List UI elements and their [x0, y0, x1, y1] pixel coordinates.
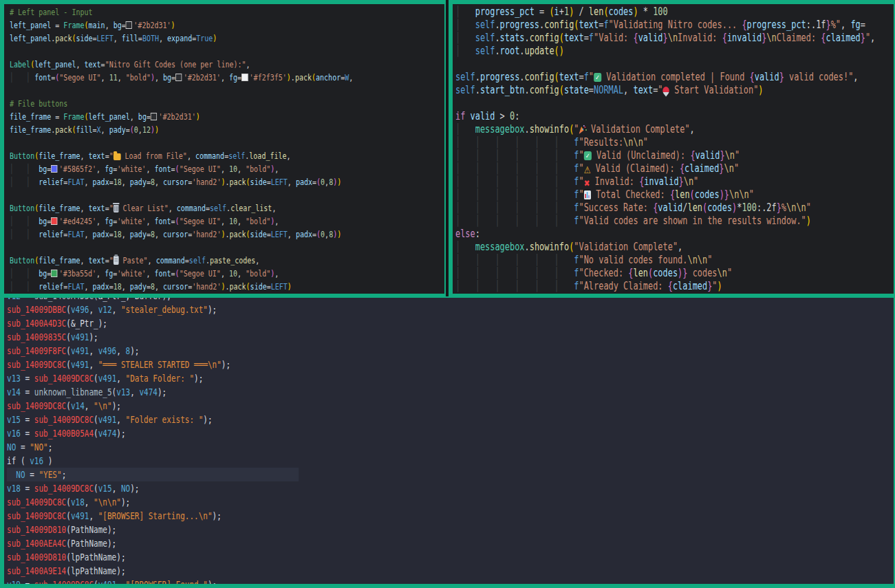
color-chip — [51, 217, 57, 225]
color-chip — [51, 270, 57, 277]
code-line: │ │ bg='#ed4245', fg='white', font=("Seg… — [10, 215, 345, 228]
code-line: │ │ │ │ │ │ f"Results:\n\n" — [455, 136, 804, 149]
code-line: sub_1400A4D3C(&_Ptr_); — [7, 316, 681, 330]
code-line: │ │ │ │ │ │ f" Valid (Unclaimed): {valid… — [455, 149, 804, 162]
code-line: v14 = unknown_libname_5(v13, v474); — [7, 385, 681, 399]
code-line: file_frame.pack(fill=X, pady=(0,12)) — [10, 123, 345, 136]
code-line: Label(left_panel, text="Nitro Gift Codes… — [10, 58, 345, 71]
code-line: if ( v16 ) — [7, 454, 681, 468]
decompiler-pseudocode-pane[interactable]: v12 = sub_1400A4D3C(&_Ptr_, Buffer); sub… — [4, 298, 894, 584]
code-line — [10, 84, 345, 97]
code-line: self.progress.config(text=f" Validation … — [455, 71, 804, 84]
code-line: left_panel = Frame(main, bg='#2b2d31') — [10, 19, 345, 32]
code-line: │ self.progress.config(text=f"Validating… — [455, 19, 804, 32]
clipped-code-line: v12 = sub_1400A4D3C(&_Ptr_, Buffer); — [7, 298, 894, 303]
code-line: │ messagebox.showinfo("Validation Comple… — [455, 241, 804, 254]
code-line: sub_14009DC8C(v491, "[BROWSER] Starting.… — [7, 509, 681, 523]
party-icon — [579, 125, 585, 134]
code-line — [455, 97, 804, 110]
code-line: sub_14009DC8C(v491, "═══ STEALER STARTED… — [7, 358, 681, 371]
code-line: │ │ │ │ │ │ f"Already Claimed: {claimed}… — [455, 280, 804, 293]
panel-seam-divider — [446, 0, 449, 296]
code-line — [455, 58, 804, 71]
code-line: Button(file_frame, text=" Clear List", c… — [10, 202, 345, 215]
code-line: │ │ │ │ │ │ f"Valid codes are shown in t… — [455, 215, 804, 228]
check-icon — [584, 151, 592, 160]
color-chip — [51, 165, 57, 173]
color-chip — [241, 74, 248, 81]
code-line: v19 = sub_14009DC8C(v491, "[BROWSER] Fou… — [7, 578, 681, 584]
code-line: sub_1400AEA4C(PathName); — [7, 536, 681, 550]
chart-icon — [584, 190, 591, 199]
code-line: │ │ relief=FLAT, padx=18, pady=8, cursor… — [10, 228, 345, 241]
code-line: │ │ │ │ │ │ f" Valid (Claimed): {claimed… — [455, 162, 804, 175]
code-line: NO = "YES"; — [7, 468, 681, 481]
code-line: │ │ relief=FLAT, padx=18, pady=8, cursor… — [10, 280, 345, 293]
code-line: Button(file_frame, text=" Load from File… — [10, 149, 345, 162]
python-editor-left-pane[interactable]: # Left panel - Inputleft_panel = Frame(m… — [4, 4, 444, 294]
color-chip — [175, 74, 182, 81]
code-line: │ progress_pct = (i+1) / len(codes) * 10… — [455, 6, 804, 19]
code-line: │ self.root.update() — [455, 45, 804, 58]
code-line: │ │ bg='#5865f2', fg='white', font=("Seg… — [10, 162, 345, 175]
code-line: sub_14009D810(PathName); — [7, 523, 681, 536]
color-chip — [126, 21, 132, 29]
color-chip — [151, 113, 157, 120]
code-line: sub_14009DC8C(v14, "\n"); — [7, 399, 681, 413]
folder-icon — [114, 153, 121, 160]
code-line: v16 = sub_1400B05A4(v474); — [7, 426, 681, 440]
code-line: else: — [455, 228, 804, 241]
trash-icon — [114, 205, 119, 213]
code-line: sub_14009DC8C(v18, "\n\n"); — [7, 495, 681, 509]
code-line: │ │ │ │ │ │ f" Invalid: {invalid}\n" — [455, 175, 804, 188]
code-line: if valid > 0: — [455, 110, 804, 123]
code-line: v12 = sub_1400A4D3C(&_Ptr_, Buffer); — [7, 298, 681, 303]
code-line: self.start_btn.config(state=NORMAL, text… — [455, 84, 804, 97]
code-line: │ │ relief=FLAT, padx=18, pady=8, cursor… — [10, 175, 345, 188]
code-line: │ │ │ │ │ │ f"Success Rate: {valid/len(c… — [455, 202, 804, 215]
code-line — [10, 241, 345, 254]
code-line: v15 = sub_14009DC8C(v491, "Folder exists… — [7, 413, 681, 426]
code-line: │ │ │ │ │ │ f"No valid codes found.\n\n" — [455, 254, 804, 267]
code-line: sub_14009F8FC(v491, v496, 8); — [7, 344, 681, 358]
code-line: sub_14009D810(lpPathName); — [7, 550, 681, 564]
code-line: │ │ bg='#3ba55d', fg='white', font=("Seg… — [10, 267, 345, 280]
code-line: # Left panel - Input — [10, 6, 345, 19]
code-line: sub_14009DBBC(v496, v12, "stealer_debug.… — [7, 303, 681, 316]
code-line: NO = "NO"; — [7, 440, 681, 454]
code-line — [10, 188, 345, 202]
code-line: left_panel.pack(side=LEFT, fill=BOTH, ex… — [10, 32, 345, 45]
code-line: file_frame = Frame(left_panel, bg='#2b2d… — [10, 110, 345, 123]
code-line: │ messagebox.showinfo(" Validation Compl… — [455, 123, 804, 136]
screenshot-root: { "meta": { "accent_border_color": "#11a… — [0, 0, 895, 588]
code-line — [10, 45, 345, 58]
code-line: v18 = sub_14009DC8C(v15, NO); — [7, 481, 681, 495]
python-editor-right-pane[interactable]: │ progress_pct = (i+1) / len(codes) * 10… — [453, 4, 894, 294]
code-line: v13 = sub_14009DC8C(v491, "Data Folder: … — [7, 371, 681, 385]
code-line — [10, 136, 345, 149]
code-line: Button(file_frame, text=" Paste", comman… — [10, 254, 345, 267]
clipboard-icon — [114, 256, 119, 265]
code-line: sub_14009835C(v491); — [7, 330, 681, 344]
check-icon — [594, 73, 601, 82]
code-line: │ │ │ │ │ │ f" Total Checked: {len(codes… — [455, 188, 804, 202]
code-line: │ self.stats.config(text=f"Valid: {valid… — [455, 32, 804, 45]
code-line: │ │ font=("Segoe UI", 11, "bold"), bg='#… — [10, 71, 345, 84]
code-line: sub_1400A9E14(lpPathName); — [7, 564, 681, 578]
code-line: │ │ │ │ │ │ f"Checked: {len(codes)} code… — [455, 267, 804, 280]
code-line: # File buttons — [10, 97, 345, 110]
